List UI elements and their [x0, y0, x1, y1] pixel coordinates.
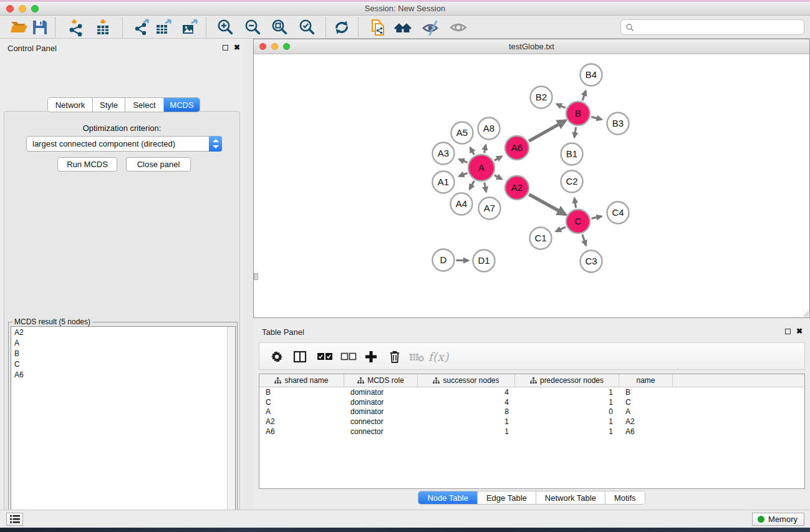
memory-label: Memory	[768, 515, 798, 524]
export-table-icon[interactable]	[154, 18, 173, 37]
toolbar-separator	[206, 17, 206, 37]
table-body[interactable]: Bdominator41BCdominator41CAdominator80AA…	[259, 387, 804, 437]
close-table-panel-icon[interactable]: ✖	[796, 327, 803, 336]
zoom-selected-icon[interactable]	[297, 18, 316, 37]
tab-style[interactable]: Style	[93, 98, 125, 112]
deselect-all-icon[interactable]	[339, 347, 358, 366]
graph-node-label: C3	[585, 256, 597, 266]
float-panel-icon[interactable]	[223, 45, 228, 51]
graph-edge	[459, 160, 467, 163]
hide-selected-icon[interactable]	[421, 18, 440, 37]
graph-node-label: C4	[612, 207, 624, 218]
tab-select[interactable]: Select	[125, 98, 164, 112]
save-session-icon[interactable]	[31, 18, 49, 37]
table-cell: B	[259, 388, 344, 397]
run-mcds-button[interactable]: Run MCDS	[57, 157, 117, 172]
tab-motifs[interactable]: Motifs	[605, 491, 645, 504]
list-item[interactable]: A	[11, 337, 235, 348]
node-table[interactable]: shared name MCDS role successor nodes pr…	[259, 374, 805, 489]
table-cell: A6	[259, 427, 344, 436]
table-panel: Table Panel ✖ f(x)	[253, 323, 810, 510]
duplicate-network-icon[interactable]	[369, 18, 388, 37]
column-header-shared-name[interactable]: shared name	[259, 374, 344, 387]
graph-edge	[529, 120, 566, 141]
graph-edge	[494, 157, 502, 161]
table-row[interactable]: A2connector11A2	[259, 417, 804, 427]
delete-icon[interactable]	[385, 347, 404, 366]
toolbar-separator	[55, 17, 55, 37]
tab-edge-table[interactable]: Edge Table	[478, 491, 536, 504]
float-table-panel-icon[interactable]	[785, 329, 791, 334]
column-header-mcds-role[interactable]: MCDS role	[344, 374, 418, 387]
table-cell: A6	[619, 427, 673, 436]
search-input[interactable]	[620, 19, 804, 35]
add-column-icon[interactable]	[362, 347, 380, 366]
list-item[interactable]: B	[11, 348, 235, 359]
select-all-icon[interactable]	[316, 347, 334, 366]
search-field[interactable]	[634, 23, 804, 32]
network-view-window: testGlobe.txt B4B2BB3A5A8A6A3B1AA1C2A2A4…	[253, 39, 810, 318]
graph-node-label: A6	[511, 142, 523, 153]
list-item[interactable]: A6	[11, 369, 235, 380]
zoom-fit-icon[interactable]	[270, 18, 289, 37]
import-table-icon[interactable]	[94, 18, 112, 37]
task-history-button[interactable]	[6, 513, 23, 526]
table-cell: dominator	[344, 407, 418, 416]
show-all-networks-icon[interactable]	[393, 18, 412, 37]
table-cell: A	[259, 407, 344, 416]
splitter-grip[interactable]	[254, 273, 258, 280]
list-item[interactable]: A2	[11, 327, 235, 337]
zoom-in-icon[interactable]	[216, 18, 234, 37]
refresh-layout-icon[interactable]	[332, 18, 351, 37]
dropdown-stepper-icon	[209, 136, 222, 152]
export-image-icon[interactable]	[180, 18, 199, 37]
mcds-result-box: MCDS result (5 nodes) A2ABCA6	[8, 322, 238, 532]
export-network-icon[interactable]	[133, 18, 152, 37]
graph-node-label: A1	[438, 177, 449, 187]
graph-node-label: B1	[566, 148, 577, 159]
main-toolbar	[0, 16, 810, 39]
list-item[interactable]: C	[11, 359, 235, 369]
criterion-dropdown[interactable]: largest connected component (directed)	[26, 136, 222, 152]
tab-network[interactable]: Network	[48, 98, 93, 112]
import-network-icon[interactable]	[67, 18, 85, 37]
table-row[interactable]: Cdominator41C	[259, 397, 804, 407]
open-file-icon[interactable]	[9, 18, 28, 37]
column-header-predecessor-nodes[interactable]: predecessor nodes	[515, 374, 619, 387]
table-cell: 4	[418, 388, 515, 397]
mcds-result-list[interactable]: A2ABCA6	[11, 326, 236, 532]
graph-edge	[574, 127, 576, 138]
toolbar-separator	[358, 17, 359, 37]
graph-edge	[484, 145, 485, 153]
network-window-titlebar[interactable]: testGlobe.txt	[254, 39, 809, 54]
tab-mcds[interactable]: MCDS	[164, 98, 200, 112]
show-selected-icon[interactable]	[449, 18, 468, 37]
control-panel-title: Control Panel	[7, 44, 57, 53]
table-cell: 1	[515, 388, 619, 397]
network-graph[interactable]: B4B2BB3A5A8A6A3B1AA1C2A2A4A7C4CC1C3DD1	[254, 54, 809, 317]
memory-status-icon	[758, 516, 764, 523]
settings-gear-icon[interactable]	[268, 347, 286, 366]
close-panel-icon[interactable]: ✖	[234, 43, 240, 52]
table-cell: A	[619, 407, 673, 416]
split-panel-icon[interactable]	[291, 347, 309, 366]
zoom-out-icon[interactable]	[243, 18, 262, 37]
table-row[interactable]: A6connector11A6	[259, 427, 804, 437]
tab-network-table[interactable]: Network Table	[536, 491, 605, 504]
app-titlebar: Session: New Session	[0, 2, 810, 16]
close-panel-button[interactable]: Close panel	[126, 157, 191, 172]
memory-button[interactable]: Memory	[752, 513, 804, 526]
panel-divider[interactable]	[244, 39, 253, 510]
graph-node-label: A2	[511, 182, 523, 193]
tab-node-table[interactable]: Node Table	[418, 491, 478, 504]
table-row[interactable]: Adominator80A	[259, 407, 804, 417]
column-header-successor-nodes[interactable]: successor nodes	[418, 374, 515, 387]
table-header-row: shared name MCDS role successor nodes pr…	[259, 374, 804, 387]
control-panel-tabs: Network Style Select MCDS	[48, 98, 200, 112]
list-icon	[10, 515, 20, 523]
window-resize-grip[interactable]	[801, 309, 809, 317]
scrollbar[interactable]	[227, 327, 235, 532]
graph-node-label: B2	[536, 92, 547, 102]
column-header-name[interactable]: name	[619, 374, 673, 387]
table-row[interactable]: Bdominator41B	[259, 387, 804, 397]
